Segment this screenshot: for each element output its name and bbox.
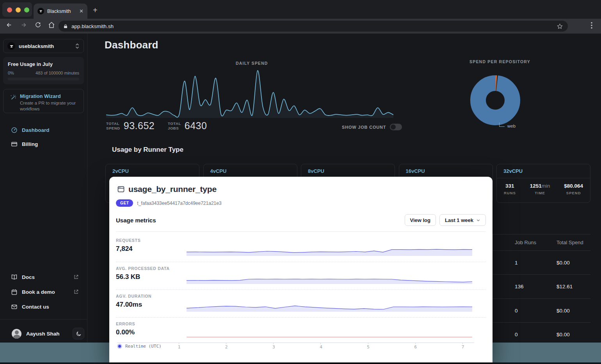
realtime-radio-row[interactable]: Realtime (UTC)	[117, 344, 162, 349]
url-text: app.blacksmith.sh	[71, 23, 553, 29]
daily-spend-chart	[106, 66, 393, 118]
daily-spend-label: DAILY SPEND	[236, 61, 268, 66]
calendar-icon	[11, 289, 18, 295]
processed-data-sparkline	[187, 273, 472, 285]
total-jobs-value: 6430	[185, 120, 207, 131]
sidebar-link-book-demo[interactable]: Book a demo	[0, 287, 87, 297]
table-row[interactable]: 1 $0.00	[493, 251, 590, 275]
usage-progress-bar	[8, 78, 79, 80]
metric-row-errors: ERRORS 0.00%	[116, 317, 486, 342]
workspace-switcher[interactable]: useblacksmith	[3, 39, 84, 53]
bookmark-star-icon[interactable]	[557, 23, 563, 30]
workspace-name: useblacksmith	[19, 43, 71, 49]
external-link-icon	[73, 289, 79, 295]
credit-card-icon	[11, 141, 18, 147]
realtime-label: Realtime (UTC)	[125, 344, 162, 349]
sidebar-link-label: Contact us	[22, 304, 49, 310]
view-log-button[interactable]: View log	[405, 214, 436, 226]
free-usage-card: Free Usage in July 0% 483 of 100000 minu…	[3, 57, 84, 84]
close-window-button[interactable]	[7, 7, 12, 12]
avatar	[12, 329, 21, 339]
browser-menu-icon[interactable]	[591, 22, 592, 29]
total-spend-stat: TOTALSPEND 93.652	[106, 120, 155, 131]
metric-row-duration: AGV. DURATION 47.00ms	[116, 289, 486, 314]
sidebar-item-billing[interactable]: Billing	[0, 139, 87, 149]
magic-wand-icon	[10, 94, 17, 101]
spend-per-repo-label: SPEND PER REPOSITORY	[469, 59, 530, 64]
new-tab-button[interactable]: +	[93, 6, 98, 14]
modal-divider	[116, 231, 486, 232]
chevron-updown-icon	[75, 43, 80, 49]
usage-percent: 0%	[8, 71, 14, 75]
runs-stat: 331 RUNS	[504, 183, 516, 195]
blacksmith-favicon-icon	[37, 8, 44, 14]
usage-metrics-title: Usage metrics	[116, 217, 156, 224]
theme-toggle-button[interactable]	[73, 328, 84, 339]
sidebar-item-dashboard[interactable]: Dashboard	[0, 125, 87, 135]
metric-row-requests: REQUESTS 7,824	[116, 234, 486, 259]
usage-modal: usage_by_runner_type GET t_fafaa3433ee54…	[109, 177, 493, 362]
time-stat: 1251min TIME	[530, 183, 550, 195]
usage-detail: 483 of 100000 minutes	[36, 71, 79, 75]
column-header-job-runs: Job Runs	[493, 239, 540, 247]
migration-wizard-title: Migration Wizard	[20, 93, 79, 99]
modal-title: usage_by_runner_type	[128, 185, 217, 194]
mail-icon	[11, 304, 18, 310]
requests-sparkline	[187, 245, 472, 257]
donut-slice-label: web	[507, 124, 516, 128]
metric-row-processed-data: AVG. PROCESSED DATA 56.3 KB	[116, 262, 486, 287]
chevron-down-icon	[476, 218, 480, 222]
range-dropdown[interactable]: Last 1 week	[439, 214, 486, 226]
migration-wizard-subtitle: Create a PR to migrate your workflows	[20, 100, 79, 112]
page-title: Dashboard	[105, 39, 158, 51]
blacksmith-logo-icon	[7, 42, 15, 50]
user-row[interactable]: Aayush Shah	[0, 325, 87, 343]
back-icon[interactable]	[5, 21, 12, 28]
radio-selected-icon[interactable]	[117, 344, 122, 349]
spend-stat: $80.064 SPEND	[564, 183, 583, 195]
zoom-window-button[interactable]	[24, 7, 29, 12]
home-icon[interactable]	[48, 21, 55, 28]
table-row[interactable]: 0 $0.00	[493, 299, 590, 323]
sidebar-link-label: Book a demo	[22, 289, 55, 295]
browser-tab[interactable]: Blacksmith ✕	[34, 4, 87, 19]
reload-icon[interactable]	[35, 21, 41, 28]
x-axis-ticks: 1 2 3 4 5 6 7	[177, 344, 465, 350]
token-text: t_fafaa3433ee54417a7dc49ee721a21e3	[137, 201, 221, 206]
minimize-window-button[interactable]	[16, 7, 21, 12]
errors-sparkline	[187, 328, 472, 340]
show-job-count-toggle[interactable]	[390, 124, 402, 130]
url-bar[interactable]: app.blacksmith.sh	[59, 21, 568, 32]
window-icon	[117, 185, 125, 193]
spend-per-repo-donut	[468, 73, 523, 128]
sidebar-item-label: Billing	[22, 141, 38, 147]
tab-title: Blacksmith	[47, 9, 76, 14]
sidebar-link-docs[interactable]: Docs	[0, 272, 87, 282]
runner-card-32vcpu[interactable]: 32vCPU 331 RUNS 1251min TIME $80.064 SPE…	[496, 164, 590, 203]
user-name: Aayush Shah	[26, 331, 68, 337]
sidebar-item-label: Dashboard	[22, 127, 50, 133]
browser-frame: Blacksmith ✕ +	[0, 0, 601, 19]
external-link-icon	[73, 274, 79, 280]
column-header-total-spend: Total Spend	[540, 239, 590, 247]
total-jobs-stat: TOTALJOBS 6430	[168, 120, 207, 131]
sidebar-link-label: Docs	[22, 274, 35, 280]
card-divider	[497, 178, 590, 178]
donut-callout-line	[499, 123, 505, 127]
show-job-count-label: SHOW JOB COUNT	[342, 125, 386, 130]
usage-title: Free Usage in July	[8, 61, 79, 67]
sidebar-divider	[0, 319, 87, 320]
tab-close-icon[interactable]: ✕	[79, 8, 84, 14]
total-spend-value: 93.652	[124, 120, 155, 131]
book-icon	[11, 274, 18, 281]
table-row[interactable]: 136 $12.61	[493, 275, 590, 299]
method-badge: GET	[116, 199, 133, 207]
gauge-icon	[11, 127, 18, 133]
jobs-table: Job Runs Total Spend 1 $0.00 136 $12.61 …	[493, 234, 590, 343]
moon-icon	[76, 331, 82, 337]
forward-icon[interactable]	[20, 21, 27, 28]
sidebar-link-contact[interactable]: Contact us	[0, 302, 87, 311]
duration-sparkline	[187, 301, 472, 313]
migration-wizard-card[interactable]: Migration Wizard Create a PR to migrate …	[3, 89, 84, 113]
lock-icon	[63, 24, 68, 29]
